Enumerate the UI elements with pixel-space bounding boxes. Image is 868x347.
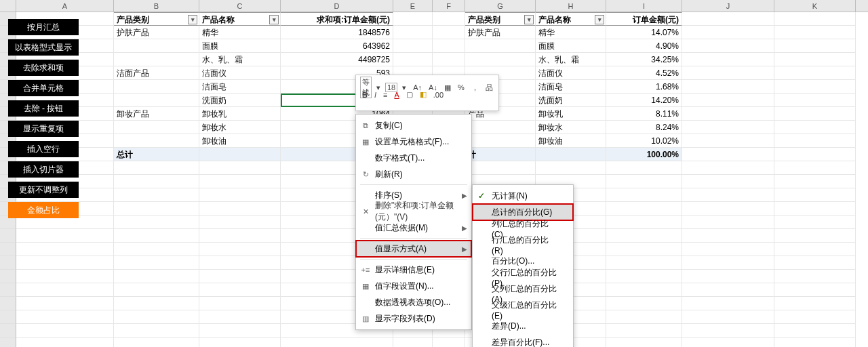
cell[interactable]: 卸妆乳 (199, 107, 281, 121)
cell[interactable] (606, 256, 682, 270)
cell[interactable]: 洁面皂 (199, 80, 281, 94)
cell[interactable] (393, 26, 433, 39)
cell[interactable] (16, 270, 114, 283)
cell[interactable]: 洗面奶 (199, 94, 281, 107)
cell[interactable] (465, 39, 536, 53)
side-button[interactable]: 金额占比 (8, 202, 79, 218)
cell[interactable] (433, 12, 465, 26)
cell[interactable] (16, 283, 114, 297)
cell[interactable] (16, 324, 114, 338)
col-header-E[interactable]: E (393, 0, 433, 12)
cell[interactable]: 产品类别▾ (465, 12, 536, 26)
cell[interactable] (774, 107, 856, 121)
col-header-H[interactable]: H (536, 0, 606, 12)
cell[interactable] (393, 53, 433, 66)
submenu-item[interactable]: 无计算(N) (473, 188, 573, 204)
cell[interactable] (114, 256, 199, 270)
cell[interactable]: 求和项:订单金额(元) (281, 12, 393, 26)
cell[interactable]: 精华 (536, 26, 606, 39)
col-header-F[interactable]: F (433, 0, 465, 12)
context-menu-item[interactable]: 值汇总依据(M)▶ (356, 220, 471, 236)
mini-format-toolbar[interactable]: 等线▾ 18▾ A↑ A↓ ▦ % ， 品 B I ≡ A ▢ ◧ .00 (355, 75, 499, 111)
cell[interactable] (606, 188, 682, 202)
cell[interactable] (774, 39, 856, 53)
font-color-icon[interactable]: A (392, 89, 401, 100)
cell[interactable] (114, 216, 199, 229)
cell[interactable] (774, 121, 856, 134)
cell[interactable]: 卸妆产品 (114, 107, 199, 121)
cell[interactable] (199, 243, 281, 256)
cell[interactable] (16, 229, 114, 243)
cell[interactable] (774, 229, 856, 243)
cell[interactable] (465, 134, 536, 148)
value-display-submenu[interactable]: 无计算(N)总计的百分比(G)列汇总的百分比(C)行汇总的百分比(R)百分比(O… (472, 184, 574, 347)
cell[interactable]: 洁面皂 (536, 80, 606, 94)
context-menu-item[interactable]: ↻刷新(R) (356, 166, 471, 182)
cell[interactable]: 卸妆水 (199, 121, 281, 134)
cell[interactable] (16, 338, 114, 347)
cell[interactable] (682, 202, 774, 216)
filter-dropdown-icon[interactable]: ▾ (524, 15, 534, 24)
cell[interactable] (774, 310, 856, 324)
cell[interactable] (682, 148, 774, 161)
cell[interactable]: 8.24% (606, 121, 682, 134)
cell[interactable] (682, 53, 774, 66)
decimals-icon[interactable]: .00 (431, 89, 446, 100)
submenu-item[interactable]: 差异(D)... (473, 318, 573, 334)
select-all-corner[interactable] (0, 0, 16, 12)
cell[interactable] (114, 94, 199, 107)
cell[interactable] (114, 324, 199, 338)
cell[interactable] (774, 94, 856, 107)
cell[interactable] (114, 229, 199, 243)
cell[interactable] (606, 270, 682, 283)
cell[interactable] (536, 161, 606, 175)
cell[interactable] (199, 216, 281, 229)
border-icon[interactable]: ▢ (404, 89, 415, 100)
cell[interactable] (199, 256, 281, 270)
cell[interactable]: 洁面仪 (199, 66, 281, 80)
cell[interactable] (682, 188, 774, 202)
cell[interactable] (114, 134, 199, 148)
cell[interactable] (774, 80, 856, 94)
side-button[interactable]: 去除 - 按钮 (8, 100, 79, 117)
cell[interactable]: 卸妆水 (536, 121, 606, 134)
cell[interactable] (606, 202, 682, 216)
cell[interactable]: 总计 (114, 148, 199, 161)
cell[interactable] (114, 310, 199, 324)
cell[interactable] (114, 297, 199, 310)
cell[interactable]: 产品名称▾ (199, 12, 281, 26)
cell[interactable] (774, 148, 856, 161)
cell[interactable]: 卸妆乳 (536, 107, 606, 121)
cell[interactable]: 4498725 (281, 53, 393, 66)
cell[interactable]: 14.07% (606, 26, 682, 39)
cell[interactable] (16, 243, 114, 256)
cell[interactable] (774, 202, 856, 216)
cell[interactable] (199, 338, 281, 347)
cell[interactable] (774, 161, 856, 175)
cell[interactable]: 卸妆油 (536, 134, 606, 148)
cell[interactable]: 4.90% (606, 39, 682, 53)
cell[interactable] (682, 216, 774, 229)
cell[interactable] (199, 310, 281, 324)
cell[interactable] (774, 338, 856, 347)
cell[interactable] (536, 148, 606, 161)
cell[interactable] (199, 202, 281, 216)
cell[interactable] (16, 310, 114, 324)
cell[interactable] (682, 229, 774, 243)
cell[interactable] (199, 229, 281, 243)
cell[interactable] (606, 161, 682, 175)
cell[interactable]: 14.20% (606, 94, 682, 107)
cell[interactable] (606, 338, 682, 347)
cell[interactable] (774, 243, 856, 256)
side-button[interactable]: 按月汇总 (8, 19, 79, 35)
cell[interactable]: 产品类别▾ (114, 12, 199, 26)
cell[interactable] (606, 243, 682, 256)
cell[interactable]: 卸妆油 (199, 134, 281, 148)
cell[interactable] (774, 134, 856, 148)
col-header-D[interactable]: D (281, 0, 393, 12)
cell[interactable] (606, 216, 682, 229)
cell[interactable]: 订单金额(元) (606, 12, 682, 26)
italic-icon[interactable]: I (372, 89, 378, 100)
col-header-G[interactable]: G (465, 0, 536, 12)
cell[interactable]: 1848576 (281, 26, 393, 39)
